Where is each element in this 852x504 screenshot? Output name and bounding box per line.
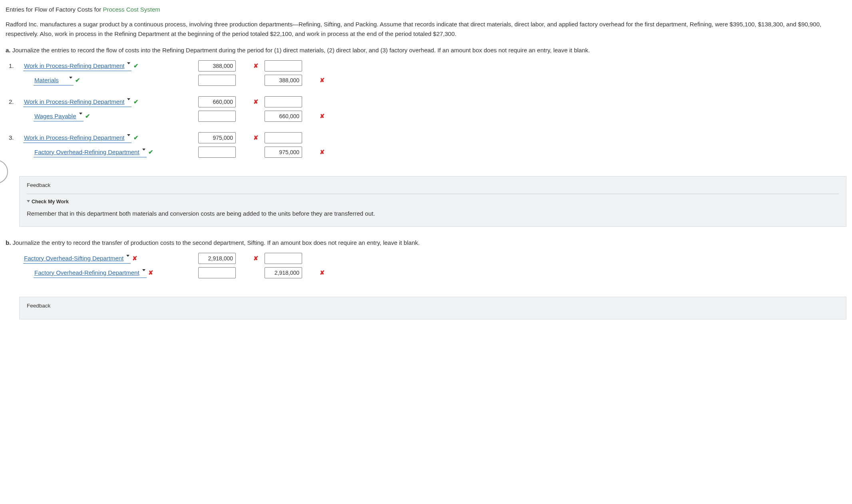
amount-input[interactable]: 2,918,000 xyxy=(265,267,302,278)
title-link[interactable]: Process Cost System xyxy=(103,6,160,13)
account-select-value: Work in Process-Refining Department xyxy=(24,62,124,69)
chevron-down-icon xyxy=(79,113,82,115)
part-b-label: b. xyxy=(6,239,11,246)
x-icon: ✘ xyxy=(253,133,261,142)
account-select-value: Materials xyxy=(34,77,59,83)
amount-input[interactable] xyxy=(265,132,302,143)
account-select[interactable]: Wages Payable xyxy=(34,111,84,121)
x-icon: ✘ xyxy=(320,268,328,277)
check-icon: ✔ xyxy=(133,98,139,105)
check-icon: ✔ xyxy=(148,149,153,155)
amount-input[interactable] xyxy=(198,75,236,86)
entry-number: 3. xyxy=(9,133,20,142)
account-select-value: Work in Process-Refining Department xyxy=(24,134,124,141)
amount-input[interactable]: 388,000 xyxy=(265,75,302,86)
journal-row-credit: Wages Payable ✔660,000✘ xyxy=(9,111,846,122)
account-select[interactable]: Materials xyxy=(34,75,74,85)
check-my-work-toggle[interactable]: Check My Work xyxy=(27,198,839,209)
x-icon: ✘ xyxy=(148,269,153,276)
check-my-work-label: Check My Work xyxy=(32,199,69,204)
x-icon: ✘ xyxy=(253,254,261,263)
journal-row-debit: 1.Work in Process-Refining Department ✔3… xyxy=(9,60,846,71)
chevron-down-icon xyxy=(127,98,130,100)
part-b-text: Journalize the entry to record the trans… xyxy=(11,239,420,246)
journal-row-credit: Factory Overhead-Refining Department ✔97… xyxy=(9,147,846,158)
title-prefix: Entries for Flow of Factory Costs for xyxy=(6,6,103,13)
x-icon: ✘ xyxy=(320,111,328,121)
account-select-value: Work in Process-Refining Department xyxy=(24,98,124,105)
feedback-divider xyxy=(27,194,839,194)
account-select-value: Factory Overhead-Sifting Department xyxy=(24,255,123,262)
journal-row-credit: Factory Overhead-Refining Department ✘2,… xyxy=(9,267,846,278)
amount-input[interactable] xyxy=(198,147,236,158)
journal-row-debit: 3.Work in Process-Refining Department ✔9… xyxy=(9,132,846,143)
journal-row-debit: 2.Work in Process-Refining Department ✔6… xyxy=(9,96,846,107)
chevron-down-icon xyxy=(142,269,145,271)
part-a-text: Journalize the entries to record the flo… xyxy=(11,47,590,54)
amount-input[interactable] xyxy=(198,111,236,122)
feedback-header: Feedback xyxy=(27,181,839,194)
entry-number: 1. xyxy=(9,61,20,70)
check-icon: ✔ xyxy=(75,77,80,83)
entry-number: 2. xyxy=(9,97,20,106)
x-icon: ✘ xyxy=(253,61,261,70)
feedback-box-b: Feedback xyxy=(19,297,846,319)
account-select-value: Wages Payable xyxy=(34,113,76,119)
check-icon: ✔ xyxy=(133,134,139,141)
amount-input[interactable]: 660,000 xyxy=(265,111,302,122)
part-a-prompt: a. Journalize the entries to record the … xyxy=(6,46,846,55)
journal-row-debit: Factory Overhead-Sifting Department ✘2,9… xyxy=(9,253,846,264)
amount-input[interactable] xyxy=(265,96,302,107)
account-select-value: Factory Overhead-Refining Department xyxy=(34,269,139,276)
account-select[interactable]: Work in Process-Refining Department xyxy=(23,61,131,71)
account-select[interactable]: Work in Process-Refining Department xyxy=(23,133,131,143)
account-select[interactable]: Factory Overhead-Refining Department xyxy=(34,268,147,278)
chevron-down-icon xyxy=(127,62,130,64)
amount-input[interactable]: 975,000 xyxy=(265,147,302,158)
x-icon: ✘ xyxy=(253,97,261,106)
amount-input[interactable] xyxy=(265,253,302,264)
chevron-down-icon xyxy=(142,149,145,151)
x-icon: ✘ xyxy=(320,75,328,85)
amount-input[interactable] xyxy=(265,60,302,71)
part-b-prompt: b. Journalize the entry to record the tr… xyxy=(6,238,846,247)
chevron-down-icon xyxy=(127,134,130,136)
chevron-down-icon xyxy=(126,255,129,257)
amount-input[interactable]: 388,000 xyxy=(198,60,236,71)
x-icon: ✘ xyxy=(320,147,328,157)
feedback-body: Remember that in this department both ma… xyxy=(27,209,839,218)
x-icon: ✘ xyxy=(132,255,137,262)
feedback-header: Feedback xyxy=(27,302,839,314)
feedback-box-a: Feedback Check My Work Remember that in … xyxy=(19,176,846,227)
account-select[interactable]: Work in Process-Refining Department xyxy=(23,97,131,107)
account-select[interactable]: Factory Overhead-Refining Department xyxy=(34,147,147,157)
page-title: Entries for Flow of Factory Costs for Pr… xyxy=(6,5,846,14)
triangle-down-icon xyxy=(27,200,30,202)
journal-row-credit: Materials ✔388,000✘ xyxy=(9,75,846,86)
amount-input[interactable]: 975,000 xyxy=(198,132,236,143)
amount-input[interactable] xyxy=(198,267,236,278)
part-a-label: a. xyxy=(6,47,11,54)
chevron-down-icon xyxy=(69,77,72,79)
check-icon: ✔ xyxy=(133,62,139,69)
problem-intro: Radford Inc. manufactures a sugar produc… xyxy=(6,20,846,38)
account-select-value: Factory Overhead-Refining Department xyxy=(34,149,139,155)
account-select[interactable]: Factory Overhead-Sifting Department xyxy=(23,253,131,264)
amount-input[interactable]: 660,000 xyxy=(198,96,236,107)
amount-input[interactable]: 2,918,000 xyxy=(198,253,236,264)
check-icon: ✔ xyxy=(85,113,90,119)
